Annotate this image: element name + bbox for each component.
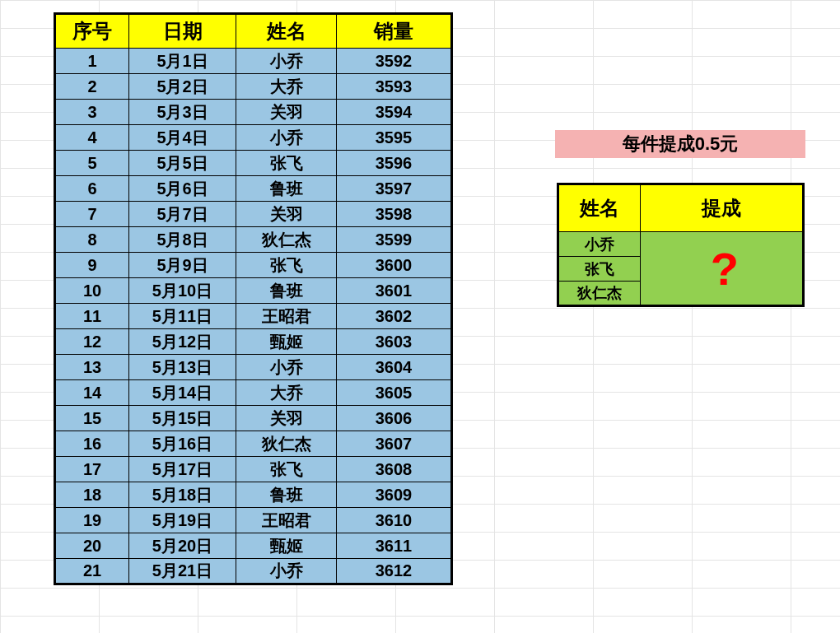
cell-sales[interactable]: 3597	[337, 176, 452, 202]
cell-sales[interactable]: 3602	[337, 304, 452, 329]
cell-seq[interactable]: 19	[55, 508, 129, 533]
cell-name[interactable]: 小乔	[236, 125, 337, 151]
cell-name[interactable]: 关羽	[236, 202, 337, 227]
cell-date[interactable]: 5月1日	[129, 49, 236, 74]
cell-name[interactable]: 关羽	[236, 406, 337, 431]
cell-sales[interactable]: 3600	[337, 253, 452, 278]
cell-sales[interactable]: 3599	[337, 227, 452, 253]
cell-sales[interactable]: 3610	[337, 508, 452, 533]
cell-sales[interactable]: 3595	[337, 125, 452, 151]
cell-date[interactable]: 5月9日	[129, 253, 236, 278]
cell-seq[interactable]: 13	[55, 355, 129, 380]
cell-seq[interactable]: 15	[55, 406, 129, 431]
cell-name[interactable]: 张飞	[236, 151, 337, 176]
cell-sales[interactable]: 3598	[337, 202, 452, 227]
cell-name[interactable]: 狄仁杰	[236, 431, 337, 457]
cell-date[interactable]: 5月17日	[129, 457, 236, 482]
cell-name[interactable]: 鲁班	[236, 176, 337, 202]
side-cell-name[interactable]: 小乔	[558, 232, 641, 257]
cell-name[interactable]: 王昭君	[236, 304, 337, 329]
cell-date[interactable]: 5月5日	[129, 151, 236, 176]
cell-date[interactable]: 5月15日	[129, 406, 236, 431]
cell-date[interactable]: 5月21日	[129, 559, 236, 584]
commission-note[interactable]: 每件提成0.5元	[555, 130, 805, 158]
cell-name[interactable]: 甄姬	[236, 329, 337, 355]
cell-name[interactable]: 大乔	[236, 380, 337, 406]
cell-sales[interactable]: 3608	[337, 457, 452, 482]
cell-sales[interactable]: 3612	[337, 559, 452, 584]
cell-date[interactable]: 5月12日	[129, 329, 236, 355]
cell-date[interactable]: 5月20日	[129, 533, 236, 559]
cell-date[interactable]: 5月4日	[129, 125, 236, 151]
cell-seq[interactable]: 12	[55, 329, 129, 355]
cell-sales[interactable]: 3609	[337, 482, 452, 508]
cell-name[interactable]: 关羽	[236, 100, 337, 125]
cell-seq[interactable]: 9	[55, 253, 129, 278]
cell-seq[interactable]: 20	[55, 533, 129, 559]
cell-sales[interactable]: 3593	[337, 74, 452, 100]
cell-date[interactable]: 5月8日	[129, 227, 236, 253]
cell-name[interactable]: 鲁班	[236, 482, 337, 508]
cell-seq[interactable]: 5	[55, 151, 129, 176]
side-cell-bonus-area[interactable]: ?	[641, 232, 804, 306]
cell-seq[interactable]: 11	[55, 304, 129, 329]
cell-name[interactable]: 大乔	[236, 74, 337, 100]
header-name[interactable]: 姓名	[236, 14, 337, 49]
cell-seq[interactable]: 4	[55, 125, 129, 151]
cell-date[interactable]: 5月6日	[129, 176, 236, 202]
cell-seq[interactable]: 18	[55, 482, 129, 508]
cell-date[interactable]: 5月11日	[129, 304, 236, 329]
cell-sales[interactable]: 3603	[337, 329, 452, 355]
cell-seq[interactable]: 17	[55, 457, 129, 482]
sales-data-table[interactable]: 序号 日期 姓名 销量 15月1日小乔359225月2日大乔359335月3日关…	[54, 12, 453, 585]
header-date[interactable]: 日期	[129, 14, 236, 49]
header-sales[interactable]: 销量	[337, 14, 452, 49]
table-row: 95月9日张飞3600	[55, 253, 452, 278]
cell-date[interactable]: 5月13日	[129, 355, 236, 380]
cell-date[interactable]: 5月2日	[129, 74, 236, 100]
cell-sales[interactable]: 3605	[337, 380, 452, 406]
side-cell-name[interactable]: 狄仁杰	[558, 282, 641, 306]
cell-date[interactable]: 5月3日	[129, 100, 236, 125]
cell-name[interactable]: 小乔	[236, 559, 337, 584]
cell-seq[interactable]: 6	[55, 176, 129, 202]
cell-date[interactable]: 5月14日	[129, 380, 236, 406]
cell-seq[interactable]: 3	[55, 100, 129, 125]
cell-seq[interactable]: 8	[55, 227, 129, 253]
cell-name[interactable]: 张飞	[236, 457, 337, 482]
cell-sales[interactable]: 3601	[337, 278, 452, 304]
cell-seq[interactable]: 2	[55, 74, 129, 100]
cell-seq[interactable]: 7	[55, 202, 129, 227]
cell-date[interactable]: 5月19日	[129, 508, 236, 533]
table-row: 105月10日鲁班3601	[55, 278, 452, 304]
side-cell-name[interactable]: 张飞	[558, 257, 641, 282]
cell-sales[interactable]: 3606	[337, 406, 452, 431]
cell-name[interactable]: 王昭君	[236, 508, 337, 533]
cell-sales[interactable]: 3594	[337, 100, 452, 125]
cell-date[interactable]: 5月7日	[129, 202, 236, 227]
side-header-name[interactable]: 姓名	[558, 184, 641, 232]
table-row: 175月17日张飞3608	[55, 457, 452, 482]
cell-date[interactable]: 5月16日	[129, 431, 236, 457]
cell-seq[interactable]: 16	[55, 431, 129, 457]
cell-name[interactable]: 狄仁杰	[236, 227, 337, 253]
cell-name[interactable]: 甄姬	[236, 533, 337, 559]
cell-name[interactable]: 小乔	[236, 49, 337, 74]
commission-table[interactable]: 姓名 提成 小乔 ? 张飞 狄仁杰	[557, 183, 805, 307]
cell-seq[interactable]: 14	[55, 380, 129, 406]
cell-name[interactable]: 鲁班	[236, 278, 337, 304]
cell-sales[interactable]: 3607	[337, 431, 452, 457]
side-header-bonus[interactable]: 提成	[641, 184, 804, 232]
cell-sales[interactable]: 3611	[337, 533, 452, 559]
cell-seq[interactable]: 21	[55, 559, 129, 584]
cell-name[interactable]: 张飞	[236, 253, 337, 278]
cell-name[interactable]: 小乔	[236, 355, 337, 380]
cell-sales[interactable]: 3596	[337, 151, 452, 176]
header-seq[interactable]: 序号	[55, 14, 129, 49]
cell-seq[interactable]: 10	[55, 278, 129, 304]
cell-sales[interactable]: 3604	[337, 355, 452, 380]
cell-date[interactable]: 5月10日	[129, 278, 236, 304]
cell-sales[interactable]: 3592	[337, 49, 452, 74]
cell-date[interactable]: 5月18日	[129, 482, 236, 508]
cell-seq[interactable]: 1	[55, 49, 129, 74]
